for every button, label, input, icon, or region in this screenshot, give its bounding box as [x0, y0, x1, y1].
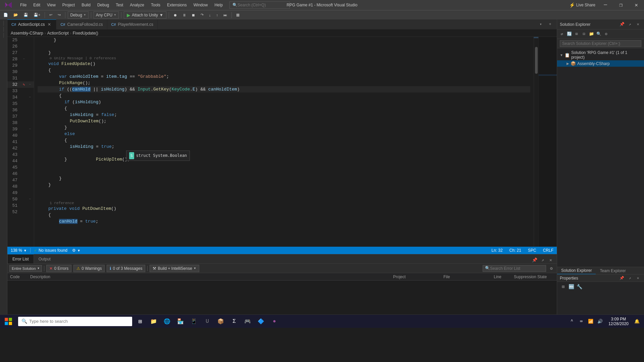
menu-build[interactable]: Build [78, 0, 94, 10]
se-tb-6[interactable]: 🔍 [595, 31, 602, 38]
panel-close-button[interactable]: ✕ [547, 257, 554, 263]
taskbar-app-vs[interactable]: ● [268, 315, 281, 328]
issues-status[interactable]: ✓ No issues found [31, 248, 71, 253]
keyboard-icon[interactable]: ⌨ [577, 315, 586, 328]
prop-float[interactable]: ↗ [627, 275, 633, 282]
se-tab-team[interactable]: Team Explorer [596, 267, 630, 275]
debug-toolbar-btn-5[interactable]: ↓ [207, 11, 213, 19]
se-float-button[interactable]: ↗ [627, 21, 633, 28]
live-share-button[interactable]: ⚡ Live Share [569, 2, 595, 8]
se-tab-solution[interactable]: Solution Explorer [557, 267, 596, 275]
tab-actionscript[interactable]: C# ActionScript.cs ✕ [7, 19, 56, 29]
taskbar-app-unity[interactable]: U [201, 315, 214, 328]
menu-debug[interactable]: Debug [94, 0, 112, 10]
debug-toolbar-btn-2[interactable]: ⏸ [180, 11, 188, 19]
prop-close[interactable]: ✕ [635, 275, 641, 282]
prop-pin[interactable]: 📌 [619, 275, 625, 282]
menu-edit[interactable]: Edit [30, 0, 44, 10]
se-tb-5[interactable]: 📁 [588, 31, 595, 38]
ln-indicator[interactable]: Ln: 32 [488, 248, 506, 253]
global-search-box[interactable]: 🔍 [229, 1, 290, 9]
output-tab[interactable]: Output [34, 254, 55, 263]
breadcrumb-root[interactable]: Assembly-CSharp [11, 31, 43, 36]
ch-indicator[interactable]: Ch: 21 [506, 248, 525, 253]
se-node-assembly[interactable]: ▶ 📦 Assembly-CSharp [557, 60, 644, 67]
se-search-input[interactable] [560, 40, 641, 47]
code-editor[interactable]: 25 26 27 28− 29 30 31 32✎− 33 34− 35 36 … [7, 37, 557, 247]
menu-project[interactable]: Project [59, 0, 78, 10]
taskbar-app-dropbox2[interactable]: 🔷 [254, 315, 268, 328]
el-settings-button[interactable]: ⚙ [548, 265, 555, 272]
prop-props-btn[interactable]: 🔧 [576, 283, 583, 290]
scope-dropdown[interactable]: Entire Solution ▼ [9, 265, 42, 272]
se-pin-button[interactable]: 📌 [619, 21, 625, 28]
build-filter-badge[interactable]: ⚒ Build + IntelliSense ▼ [150, 265, 199, 272]
menu-test[interactable]: Test [112, 0, 126, 10]
start-button[interactable] [0, 315, 17, 328]
network-icon[interactable]: 📶 [586, 315, 595, 328]
taskbar-app-store[interactable]: 🏪 [174, 315, 187, 328]
menu-help[interactable]: Help [211, 0, 226, 10]
se-tb-1[interactable]: ⇄ [558, 31, 565, 38]
debug-toolbar-btn-3[interactable]: ⏹ [190, 11, 197, 19]
taskbar-app-edge[interactable]: 🌐 [160, 315, 174, 328]
menu-view[interactable]: View [44, 0, 59, 10]
notification-button[interactable]: 🔔 [633, 315, 641, 328]
minimize-button[interactable]: ─ [598, 0, 613, 10]
tab-new-button[interactable]: + [546, 20, 554, 28]
save-all-button[interactable]: 💾+ [32, 11, 42, 19]
taskbar-search[interactable]: 🔍 [18, 317, 132, 326]
taskbar-app-dropbox[interactable]: 📦 [214, 315, 227, 328]
errors-badge[interactable]: ✕ 0 Errors [46, 265, 71, 272]
global-search-input[interactable] [237, 3, 284, 7]
se-close-button[interactable]: ✕ [635, 21, 641, 28]
taskbar-app-game[interactable]: 🎮 [241, 315, 254, 328]
warnings-badge[interactable]: ⚠ 0 Warnings [73, 265, 105, 272]
prop-alpha-btn[interactable]: 🔤 [568, 283, 575, 290]
debug-toolbar-btn-4[interactable]: ↷ [199, 11, 206, 19]
undo-button[interactable]: ↩ [47, 11, 54, 19]
taskbar-search-input[interactable] [29, 319, 129, 324]
sys-icon-1[interactable]: ^ [568, 315, 576, 328]
menu-tools[interactable]: Tools [148, 0, 164, 10]
error-list-tab[interactable]: Error List [7, 254, 34, 263]
restore-button[interactable]: ❐ [613, 0, 629, 10]
tab-playermovement[interactable]: C# PlayerMovement.cs [107, 19, 158, 29]
debug-toolbar-btn-8[interactable]: ▦ [234, 11, 241, 19]
volume-icon[interactable]: 🔊 [596, 315, 604, 328]
platform-dropdown[interactable]: Any CPU ▼ [94, 11, 119, 19]
tab-actionscript-close[interactable]: ✕ [47, 22, 52, 27]
se-tb-4[interactable]: ⊟ [581, 31, 587, 38]
tab-list-button[interactable]: ▾ [537, 20, 545, 28]
se-search[interactable] [557, 39, 644, 48]
filter-btn[interactable]: ⚙ ▼ [71, 248, 82, 253]
debug-toolbar-btn-1[interactable]: ⏺ [171, 11, 179, 19]
messages-badge[interactable]: ℹ 0 of 3 Messages [107, 265, 145, 272]
scroll-thumb[interactable] [535, 47, 538, 74]
zoom-level[interactable]: 138 % ▼ [7, 248, 30, 253]
tab-camerafollow[interactable]: C# CameraFollow2d.cs [56, 19, 107, 29]
debug-toolbar-btn-6[interactable]: ↑ [214, 11, 220, 19]
menu-analyze[interactable]: Analyze [126, 0, 148, 10]
menu-extensions[interactable]: Extensions [164, 0, 190, 10]
se-tb-2[interactable]: 🔄 [566, 31, 573, 38]
prop-categories-btn[interactable]: ⊞ [560, 283, 567, 290]
open-button[interactable]: 📂 [11, 11, 20, 19]
se-tb-3[interactable]: ⊞ [573, 31, 580, 38]
redo-button[interactable]: ↪ [56, 11, 63, 19]
taskbar-app-files[interactable]: 📁 [147, 315, 160, 328]
debug-config-dropdown[interactable]: Debug ▼ [68, 11, 88, 19]
system-clock[interactable]: 3:09 PM 12/28/2020 [606, 317, 631, 326]
code-content-area[interactable]: } } ⊙ Unity Message | 0 references void … [34, 37, 534, 247]
se-tb-7[interactable]: ⚙ [603, 31, 609, 38]
se-node-solution[interactable]: ▼ 📋 Solution 'RPG Game #1' (1 of 1 proje… [557, 50, 644, 60]
panel-pin-button[interactable]: 📌 [531, 257, 538, 263]
error-search[interactable]: 🔍 [483, 265, 546, 272]
task-view-button[interactable]: ⊞ [133, 315, 147, 328]
debug-toolbar-btn-7[interactable]: ⏭ [221, 11, 229, 19]
close-button[interactable]: ✕ [629, 0, 644, 10]
attach-unity-button[interactable]: ▶ Attach to Unity ▼ [124, 11, 166, 19]
new-project-button[interactable]: 📄 [1, 11, 10, 19]
breadcrumb-class[interactable]: ActionScript [47, 31, 69, 36]
menu-window[interactable]: Window [190, 0, 211, 10]
